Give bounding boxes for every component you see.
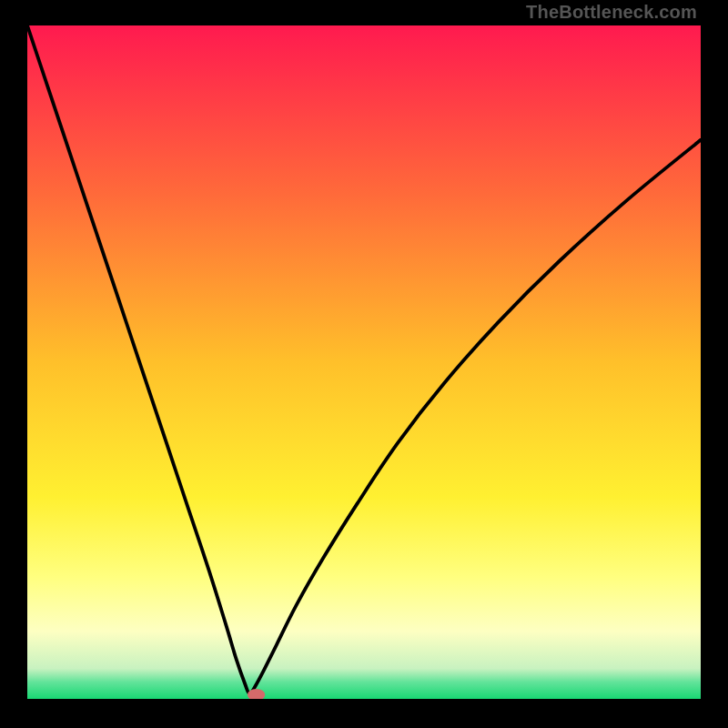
chart-plot-area	[27, 25, 701, 699]
site-watermark: TheBottleneck.com	[526, 2, 697, 23]
chart-frame: TheBottleneck.com	[0, 0, 728, 728]
chart-background-gradient	[27, 25, 701, 699]
chart-svg	[27, 25, 701, 699]
